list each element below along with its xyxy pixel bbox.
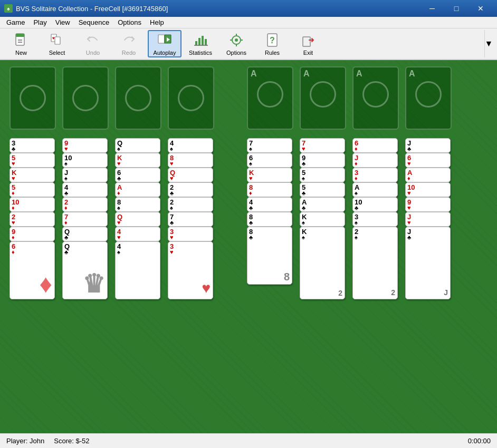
col5-card6[interactable]: 8♣ [247,212,292,227]
col2-card5[interactable]: 2♦ [62,197,108,212]
autoplay-button[interactable]: Autoplay [148,30,181,57]
col5-card1[interactable]: 7♠ [247,138,292,153]
statusbar: Player: John Score: $-52 0:00:00 [0,433,497,448]
col7-card5[interactable]: 10♣ [352,197,398,212]
col1-card2[interactable]: 5♥ [9,153,55,168]
col7-card6[interactable]: 3♠ [352,212,398,227]
menu-options[interactable]: Options [113,17,146,28]
col7-card3[interactable]: 3♦ [352,168,398,182]
col3-card4[interactable]: A♦ [115,182,160,197]
select-button[interactable]: ♥ Select [40,30,74,57]
menubar: Game Play View Sequence Options Help [0,17,497,28]
col3-card3[interactable]: 6♣ [115,168,160,182]
col3-card7[interactable]: 4♥ [115,227,160,241]
col7-card7[interactable]: 2♠ 2 [352,227,398,299]
col6-card6[interactable]: K♠ [300,212,345,227]
foundation-hearts[interactable]: A [300,66,346,130]
statistics-button[interactable]: Statistics [184,30,217,57]
menu-help[interactable]: Help [146,17,168,28]
col1-card5[interactable]: 10♦ [9,197,55,212]
new-button[interactable]: New [4,30,38,57]
menu-sequence[interactable]: Sequence [74,17,114,28]
freecell-circle-4 [178,85,204,111]
col7-card4[interactable]: A♠ [352,182,398,197]
options-button[interactable]: Options [219,30,253,57]
col7-card1[interactable]: 6♦ [352,138,398,153]
toolbar-scroll[interactable]: ▼ [484,30,493,57]
menu-game[interactable]: Game [2,17,29,28]
exit-button[interactable]: Exit [291,30,325,57]
col3-card8[interactable]: 4♠ [115,241,160,299]
freecell-2[interactable] [62,66,109,130]
col6-card4[interactable]: 5♣ [300,182,345,197]
col4-card8[interactable]: 3♥ ♥ [168,241,213,299]
col4-card4[interactable]: 2♣ [168,182,213,197]
autoplay-label: Autoplay [154,50,176,56]
minimize-button[interactable]: ─ [420,0,444,17]
maximize-button[interactable]: □ [444,0,469,17]
col4-card6[interactable]: 7♣ [168,212,213,227]
player-info: Player: John Score: $-52 [6,437,90,445]
freecell-4[interactable] [168,66,214,130]
col2-card4[interactable]: 4♣ [62,182,108,197]
col2-card6[interactable]: 7♦ [62,212,108,227]
col4-card7[interactable]: 3♥ [168,227,213,241]
col6-card1[interactable]: 7♥ [300,138,345,153]
col6-card2[interactable]: 9♣ [300,153,345,168]
col8-card2[interactable]: 6♥ [405,153,451,168]
col1-card7[interactable]: 9♦ [9,227,55,241]
col3-card5[interactable]: 8♠ [115,197,160,212]
col4-card5[interactable]: 2♠ [168,197,213,212]
col8-card7[interactable]: J♣ J [405,227,451,299]
foundation-spades[interactable]: A [247,66,293,130]
foundation-circle-3 [362,81,389,108]
col6-card3[interactable]: 5♠ [300,168,345,182]
freecell-circle-1 [20,85,46,111]
undo-button[interactable]: Undo [76,30,110,57]
foundation-clubs[interactable]: A [405,66,452,130]
col2-card2[interactable]: 10♠ [62,153,108,168]
col3-card1[interactable]: Q♠ [115,138,160,153]
col1-card3[interactable]: K♥ [9,168,55,182]
options-icon [228,32,245,48]
col8-card3[interactable]: A♦ [405,168,451,182]
menu-view[interactable]: View [51,17,74,28]
col3-card6[interactable]: Q♥ [115,212,160,227]
svg-rect-1 [16,34,24,37]
col2-card3[interactable]: J♠ [62,168,108,182]
col5-card4[interactable]: 8♦ [247,182,292,197]
close-button[interactable]: ✕ [469,0,493,17]
col2-card7[interactable]: Q♣ [62,227,108,241]
redo-button[interactable]: Redo [112,30,146,57]
col5-card7[interactable]: 8♣ 8 [247,227,292,285]
col6-card5[interactable]: A♣ [300,197,345,212]
new-icon [13,32,30,48]
col7-card2[interactable]: J♦ [352,153,398,168]
titlebar: ♠ BVS Solitaire Collection - FreeCell [#… [0,0,497,17]
col5-card3[interactable]: K♥ [247,168,292,182]
col3-card2[interactable]: K♥ [115,153,160,168]
col4-card3[interactable]: Q♥ [168,168,213,182]
col5-card2[interactable]: 6♠ [247,153,292,168]
col8-card4[interactable]: 10♥ [405,182,451,197]
col8-card5[interactable]: 9♥ [405,197,451,212]
col5-card5[interactable]: 4♣ [247,197,292,212]
game-area[interactable]: A A A A 3♣ 5♥ K♥ 5♦ 10♦ 2♥ 9♦ 6♦ ♦ 9♥ [0,60,497,433]
col4-card2[interactable]: 8♥ [168,153,213,168]
menu-play[interactable]: Play [29,17,51,28]
col1-card4[interactable]: 5♦ [9,182,55,197]
col4-card1[interactable]: 4♠ [168,138,213,153]
foundation-diamonds[interactable]: A [352,66,399,130]
col2-card1[interactable]: 9♥ [62,138,108,153]
col2-card8[interactable]: Q♣ ♛ [62,241,108,299]
col1-card6[interactable]: 2♥ [9,212,55,227]
col8-card6[interactable]: J♥ [405,212,451,227]
col1-card1[interactable]: 3♣ [9,138,55,153]
col8-card1[interactable]: J♣ [405,138,451,153]
rules-button[interactable]: ? Rules [255,30,289,57]
col1-card8[interactable]: 6♦ ♦ [9,241,55,299]
freecell-3[interactable] [115,66,161,130]
foundation-circle-2 [310,81,336,108]
freecell-1[interactable] [9,66,56,130]
col6-card7[interactable]: K♠ 2 [300,227,345,299]
